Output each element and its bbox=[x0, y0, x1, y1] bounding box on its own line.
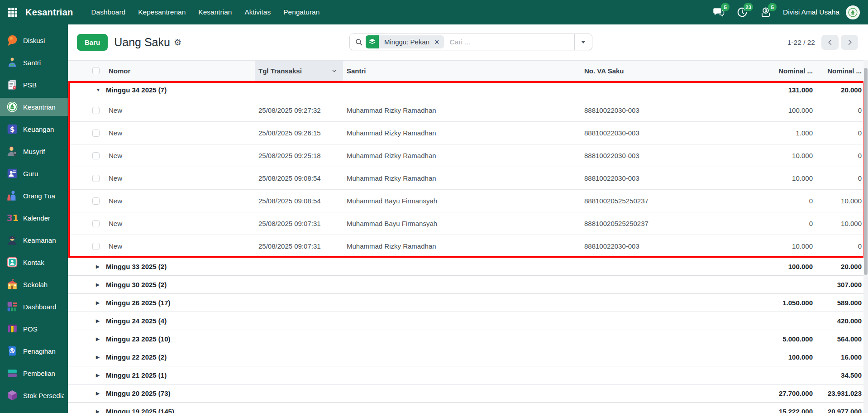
nav-item-kepesantrenan[interactable]: Kepesantrenan bbox=[132, 0, 192, 24]
user-avatar[interactable] bbox=[846, 5, 860, 19]
sidebar-item-keuangan[interactable]: $ Keuangan bbox=[0, 120, 68, 138]
sidebar-item-penagihan[interactable]: $ Penagihan bbox=[0, 342, 68, 360]
pager-next-button[interactable] bbox=[841, 35, 858, 50]
group-toggle-icon[interactable]: ▼ bbox=[96, 87, 101, 92]
row-checkbox[interactable] bbox=[92, 130, 100, 137]
app-brand[interactable]: Kesantrian bbox=[25, 7, 73, 18]
table-row[interactable]: New 25/08/2025 09:07:31 Muhammad Rizky R… bbox=[68, 235, 868, 258]
group-row[interactable]: ▶ Minggu 30 2025 (2) 307.000 bbox=[68, 276, 868, 294]
group-row[interactable]: ▶ Minggu 21 2025 (1) 34.500 bbox=[68, 366, 868, 384]
sidebar-item-kalender[interactable]: 31 Kalender bbox=[0, 209, 68, 227]
sidebar-item-label: Dashboard bbox=[23, 303, 56, 311]
sidebar-item-keamanan[interactable]: Keamanan bbox=[0, 231, 68, 249]
cell-santri: Muhammad Rizky Ramadhan bbox=[343, 152, 582, 159]
column-header-va-saku[interactable]: No. VA Saku bbox=[582, 67, 720, 75]
group-total-nominal-1: 27.700.000 bbox=[720, 389, 815, 397]
sidebar-item-kontak[interactable]: Kontak bbox=[0, 253, 68, 271]
cell-nominal-1: 10.000 bbox=[720, 242, 815, 250]
svg-text:$: $ bbox=[10, 348, 14, 353]
group-toggle-icon[interactable]: ▶ bbox=[96, 336, 101, 341]
settings-gear-icon[interactable]: ⚙ bbox=[174, 38, 181, 47]
group-row[interactable]: ▼ Minggu 34 2025 (7) 131.000 20.000 bbox=[68, 81, 868, 99]
row-checkbox[interactable] bbox=[92, 107, 100, 114]
svg-text:3: 3 bbox=[7, 213, 13, 223]
group-row[interactable]: ▶ Minggu 26 2025 (17) 1.050.000 589.000 bbox=[68, 294, 868, 312]
group-toggle-icon[interactable]: ▶ bbox=[96, 355, 101, 360]
cell-santri: Muhammad Rizky Ramadhan bbox=[343, 106, 582, 114]
sidebar-item-label: Kalender bbox=[23, 214, 50, 222]
column-header-tgl-transaksi[interactable]: Tgl Transaksi bbox=[255, 61, 343, 81]
group-row[interactable]: ▶ Minggu 24 2025 (4) 420.000 bbox=[68, 312, 868, 330]
group-row[interactable]: ▶ Minggu 22 2025 (2) 100.000 16.000 bbox=[68, 348, 868, 366]
sidebar-item-label: Keamanan bbox=[23, 236, 56, 244]
group-toggle-icon[interactable]: ▶ bbox=[96, 373, 101, 378]
nav-item-kesantrian[interactable]: Kesantrian bbox=[192, 0, 238, 24]
cell-nominal-1: 1.000 bbox=[720, 129, 815, 137]
nav-item-pengaturan[interactable]: Pengaturan bbox=[277, 0, 326, 24]
group-toggle-icon[interactable]: ▶ bbox=[96, 391, 101, 396]
table-row[interactable]: New 25/08/2025 09:25:18 Muhammad Rizky R… bbox=[68, 144, 868, 167]
sidebar-item-guru[interactable]: Guru bbox=[0, 164, 68, 182]
activities-clock-icon[interactable]: 23 bbox=[736, 6, 748, 18]
pager-previous-button[interactable] bbox=[821, 35, 839, 50]
sidebar-item-pos[interactable]: POS bbox=[0, 320, 68, 338]
select-all-checkbox[interactable] bbox=[92, 67, 100, 74]
group-row[interactable]: ▶ Minggu 20 2025 (73) 27.700.000 23.931.… bbox=[68, 384, 868, 403]
row-checkbox[interactable] bbox=[92, 175, 100, 182]
new-record-button[interactable]: Baru bbox=[77, 34, 108, 51]
row-checkbox[interactable] bbox=[92, 243, 100, 250]
sidebar-item-diskusi[interactable]: Diskusi bbox=[0, 31, 68, 49]
sidebar-item-kesantrian[interactable]: Kesantrian bbox=[0, 98, 68, 116]
sidebar-item-karyawan[interactable]: Karyawan bbox=[0, 408, 68, 413]
search-dropdown-toggle[interactable] bbox=[574, 34, 592, 50]
nav-item-aktivitas[interactable]: Aktivitas bbox=[238, 0, 277, 24]
group-row[interactable]: ▶ Minggu 33 2025 (2) 100.000 20.000 bbox=[68, 258, 868, 276]
column-header-nomor[interactable]: Nomor bbox=[100, 67, 255, 75]
company-name[interactable]: Divisi Amal Usaha bbox=[783, 8, 839, 16]
pager-range: 1-22 / 22 bbox=[787, 38, 815, 47]
row-checkbox[interactable] bbox=[92, 220, 100, 227]
column-header-tgl-label: Tgl Transaksi bbox=[258, 67, 302, 75]
row-checkbox[interactable] bbox=[92, 152, 100, 159]
sidebar-item-orang-tua[interactable]: Orang Tua bbox=[0, 187, 68, 205]
nav-item-dashboard[interactable]: Dashboard bbox=[85, 0, 132, 24]
table-row[interactable]: New 25/08/2025 09:26:15 Muhammad Rizky R… bbox=[68, 122, 868, 144]
column-header-nominal-1[interactable]: Nominal ... bbox=[720, 67, 815, 75]
vertical-scrollbar-thumb[interactable] bbox=[864, 68, 868, 275]
column-header-nominal-2[interactable]: Nominal ... bbox=[815, 67, 863, 75]
sidebar-item-dashboard[interactable]: Dashboard bbox=[0, 298, 68, 316]
sidebar-item-musyrif[interactable]: Musyrif bbox=[0, 142, 68, 160]
group-toggle-icon[interactable]: ▶ bbox=[96, 409, 101, 413]
group-total-nominal-1: 5.000.000 bbox=[720, 335, 815, 343]
groupby-facet[interactable]: Minggu: Pekan × bbox=[366, 35, 444, 48]
column-header-santri[interactable]: Santri bbox=[343, 67, 582, 75]
table-row[interactable]: New 25/08/2025 09:08:54 Muhammad Rizky R… bbox=[68, 167, 868, 190]
apps-grid-icon[interactable] bbox=[6, 6, 19, 19]
wallet-money-icon[interactable]: 5 bbox=[760, 6, 772, 18]
kalender-icon: 31 bbox=[6, 212, 18, 224]
sidebar-item-pembelian[interactable]: Pembelian bbox=[0, 364, 68, 382]
search-input[interactable]: Cari ... bbox=[450, 38, 574, 46]
stok-icon bbox=[6, 389, 18, 401]
cell-nominal-1: 0 bbox=[720, 197, 815, 205]
messages-icon[interactable]: 5 bbox=[713, 6, 725, 18]
table-row[interactable]: New 25/08/2025 09:27:32 Muhammad Rizky R… bbox=[68, 99, 868, 122]
group-toggle-icon[interactable]: ▶ bbox=[96, 282, 101, 287]
sidebar-item-stok[interactable]: Stok Persediaan bbox=[0, 386, 68, 404]
sidebar-item-sekolah[interactable]: Sekolah bbox=[0, 275, 68, 293]
group-toggle-icon[interactable]: ▶ bbox=[96, 300, 101, 305]
search-bar[interactable]: Minggu: Pekan × Cari ... bbox=[349, 34, 592, 50]
group-label: Minggu 24 2025 (4) bbox=[106, 317, 167, 325]
table-row[interactable]: New 25/08/2025 09:07:31 Muhammad Bayu Fi… bbox=[68, 212, 868, 235]
group-toggle-icon[interactable]: ▶ bbox=[96, 318, 101, 323]
group-label-cell: ▶ Minggu 26 2025 (17) bbox=[68, 299, 720, 307]
pembelian-icon bbox=[6, 367, 18, 379]
group-row[interactable]: ▶ Minggu 19 2025 (145) 15.222.000 20.977… bbox=[68, 403, 868, 413]
group-toggle-icon[interactable]: ▶ bbox=[96, 264, 101, 269]
row-checkbox[interactable] bbox=[92, 197, 100, 205]
table-row[interactable]: New 25/08/2025 09:08:54 Muhammad Bayu Fi… bbox=[68, 190, 868, 212]
sidebar-item-santri[interactable]: Santri bbox=[0, 53, 68, 72]
facet-close-icon[interactable]: × bbox=[434, 38, 444, 46]
sidebar-item-psb[interactable]: PSB bbox=[0, 76, 68, 94]
group-row[interactable]: ▶ Minggu 23 2025 (10) 5.000.000 564.000 bbox=[68, 330, 868, 348]
